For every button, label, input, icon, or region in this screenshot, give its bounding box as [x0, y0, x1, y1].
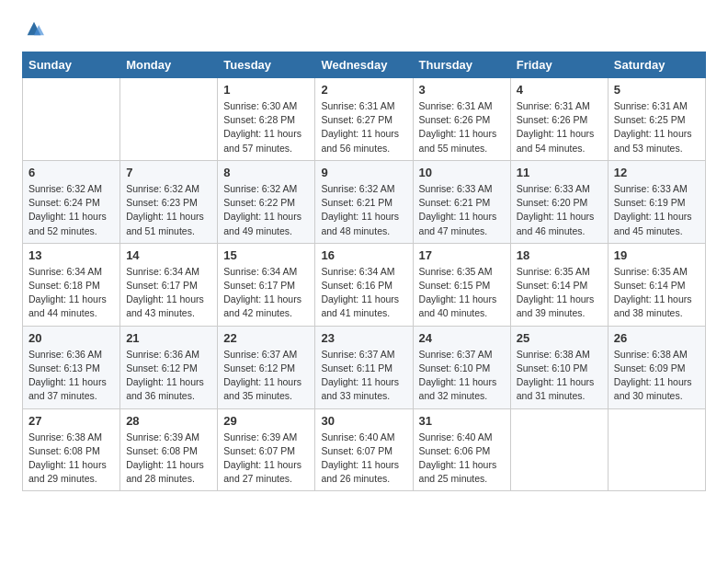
day-number: 5 — [614, 83, 700, 97]
day-number: 29 — [223, 414, 309, 428]
header-day-friday: Friday — [510, 52, 608, 78]
day-number: 19 — [614, 248, 700, 262]
day-number: 6 — [28, 166, 114, 179]
day-cell: 27Sunrise: 6:38 AM Sunset: 6:08 PM Dayli… — [23, 408, 120, 491]
day-info: Sunrise: 6:34 AM Sunset: 6:16 PM Dayligh… — [321, 265, 406, 321]
day-cell: 4Sunrise: 6:31 AM Sunset: 6:26 PM Daylig… — [510, 78, 608, 161]
day-number: 17 — [419, 248, 505, 262]
day-info: Sunrise: 6:36 AM Sunset: 6:13 PM Dayligh… — [28, 348, 114, 404]
day-info: Sunrise: 6:30 AM Sunset: 6:28 PM Dayligh… — [223, 99, 309, 155]
day-cell: 16Sunrise: 6:34 AM Sunset: 6:16 PM Dayli… — [315, 243, 413, 326]
day-number: 15 — [223, 248, 309, 262]
day-info: Sunrise: 6:37 AM Sunset: 6:12 PM Dayligh… — [223, 348, 309, 404]
day-cell: 22Sunrise: 6:37 AM Sunset: 6:12 PM Dayli… — [218, 326, 315, 408]
day-number: 24 — [419, 331, 505, 345]
day-info: Sunrise: 6:37 AM Sunset: 6:11 PM Dayligh… — [321, 348, 406, 404]
day-number: 2 — [321, 83, 406, 97]
week-row-4: 20Sunrise: 6:36 AM Sunset: 6:13 PM Dayli… — [23, 326, 706, 408]
day-cell: 18Sunrise: 6:35 AM Sunset: 6:14 PM Dayli… — [510, 243, 608, 326]
calendar-body: 1Sunrise: 6:30 AM Sunset: 6:28 PM Daylig… — [23, 78, 706, 491]
day-cell: 31Sunrise: 6:40 AM Sunset: 6:06 PM Dayli… — [413, 408, 510, 491]
day-info: Sunrise: 6:38 AM Sunset: 6:09 PM Dayligh… — [614, 348, 700, 404]
day-info: Sunrise: 6:33 AM Sunset: 6:20 PM Dayligh… — [517, 182, 602, 238]
day-cell — [120, 78, 218, 161]
day-cell: 15Sunrise: 6:34 AM Sunset: 6:17 PM Dayli… — [218, 243, 315, 326]
header-day-monday: Monday — [120, 52, 218, 78]
day-number: 14 — [126, 248, 211, 262]
day-cell — [510, 408, 608, 491]
day-info: Sunrise: 6:39 AM Sunset: 6:07 PM Dayligh… — [223, 431, 309, 487]
day-info: Sunrise: 6:31 AM Sunset: 6:26 PM Dayligh… — [419, 99, 505, 155]
day-info: Sunrise: 6:39 AM Sunset: 6:08 PM Dayligh… — [126, 431, 211, 487]
day-cell: 14Sunrise: 6:34 AM Sunset: 6:17 PM Dayli… — [120, 243, 218, 326]
day-cell: 30Sunrise: 6:40 AM Sunset: 6:07 PM Dayli… — [315, 408, 413, 491]
day-cell: 8Sunrise: 6:32 AM Sunset: 6:22 PM Daylig… — [218, 160, 315, 243]
day-number: 12 — [614, 166, 700, 179]
day-number: 18 — [517, 248, 602, 262]
day-info: Sunrise: 6:35 AM Sunset: 6:14 PM Dayligh… — [517, 265, 602, 321]
day-info: Sunrise: 6:34 AM Sunset: 6:18 PM Dayligh… — [28, 265, 114, 321]
day-number: 21 — [126, 331, 211, 345]
day-cell: 21Sunrise: 6:36 AM Sunset: 6:12 PM Dayli… — [120, 326, 218, 408]
week-row-2: 6Sunrise: 6:32 AM Sunset: 6:24 PM Daylig… — [23, 160, 706, 243]
day-info: Sunrise: 6:40 AM Sunset: 6:07 PM Dayligh… — [321, 431, 406, 487]
day-info: Sunrise: 6:35 AM Sunset: 6:14 PM Dayligh… — [614, 265, 700, 321]
day-number: 28 — [126, 414, 211, 428]
day-cell: 10Sunrise: 6:33 AM Sunset: 6:21 PM Dayli… — [413, 160, 510, 243]
day-cell: 2Sunrise: 6:31 AM Sunset: 6:27 PM Daylig… — [315, 78, 413, 161]
logo-icon — [24, 18, 44, 39]
day-cell: 28Sunrise: 6:39 AM Sunset: 6:08 PM Dayli… — [120, 408, 218, 491]
page-header — [22, 18, 706, 42]
day-number: 31 — [419, 414, 505, 428]
day-number: 23 — [321, 331, 406, 345]
day-number: 3 — [419, 83, 505, 97]
header-day-tuesday: Tuesday — [218, 52, 315, 78]
day-number: 9 — [321, 166, 406, 179]
day-cell: 5Sunrise: 6:31 AM Sunset: 6:25 PM Daylig… — [608, 78, 705, 161]
day-info: Sunrise: 6:36 AM Sunset: 6:12 PM Dayligh… — [126, 348, 211, 404]
day-number: 1 — [223, 83, 309, 97]
day-number: 27 — [28, 414, 114, 428]
header-row: SundayMondayTuesdayWednesdayThursdayFrid… — [23, 52, 706, 78]
day-info: Sunrise: 6:38 AM Sunset: 6:10 PM Dayligh… — [517, 348, 602, 404]
calendar-header: SundayMondayTuesdayWednesdayThursdayFrid… — [23, 52, 706, 78]
week-row-3: 13Sunrise: 6:34 AM Sunset: 6:18 PM Dayli… — [23, 243, 706, 326]
header-day-saturday: Saturday — [608, 52, 705, 78]
day-number: 7 — [126, 166, 211, 179]
day-number: 10 — [419, 166, 505, 179]
calendar-table: SundayMondayTuesdayWednesdayThursdayFrid… — [22, 52, 706, 491]
day-number: 8 — [223, 166, 309, 179]
day-cell: 13Sunrise: 6:34 AM Sunset: 6:18 PM Dayli… — [23, 243, 120, 326]
day-info: Sunrise: 6:31 AM Sunset: 6:27 PM Dayligh… — [321, 99, 406, 155]
day-cell: 24Sunrise: 6:37 AM Sunset: 6:10 PM Dayli… — [413, 326, 510, 408]
day-cell: 29Sunrise: 6:39 AM Sunset: 6:07 PM Dayli… — [218, 408, 315, 491]
day-cell: 23Sunrise: 6:37 AM Sunset: 6:11 PM Dayli… — [315, 326, 413, 408]
day-cell: 1Sunrise: 6:30 AM Sunset: 6:28 PM Daylig… — [218, 78, 315, 161]
header-day-sunday: Sunday — [23, 52, 120, 78]
day-info: Sunrise: 6:33 AM Sunset: 6:19 PM Dayligh… — [614, 182, 700, 238]
day-info: Sunrise: 6:37 AM Sunset: 6:10 PM Dayligh… — [419, 348, 505, 404]
day-cell — [608, 408, 705, 491]
day-info: Sunrise: 6:31 AM Sunset: 6:25 PM Dayligh… — [614, 99, 700, 155]
day-cell: 12Sunrise: 6:33 AM Sunset: 6:19 PM Dayli… — [608, 160, 705, 243]
day-cell: 20Sunrise: 6:36 AM Sunset: 6:13 PM Dayli… — [23, 326, 120, 408]
day-info: Sunrise: 6:35 AM Sunset: 6:15 PM Dayligh… — [419, 265, 505, 321]
day-cell: 11Sunrise: 6:33 AM Sunset: 6:20 PM Dayli… — [510, 160, 608, 243]
day-number: 22 — [223, 331, 309, 345]
day-cell: 3Sunrise: 6:31 AM Sunset: 6:26 PM Daylig… — [413, 78, 510, 161]
day-info: Sunrise: 6:32 AM Sunset: 6:23 PM Dayligh… — [126, 182, 211, 238]
week-row-5: 27Sunrise: 6:38 AM Sunset: 6:08 PM Dayli… — [23, 408, 706, 491]
day-cell — [23, 78, 120, 161]
day-info: Sunrise: 6:32 AM Sunset: 6:24 PM Dayligh… — [28, 182, 114, 238]
day-cell: 25Sunrise: 6:38 AM Sunset: 6:10 PM Dayli… — [510, 326, 608, 408]
logo — [22, 18, 46, 42]
week-row-1: 1Sunrise: 6:30 AM Sunset: 6:28 PM Daylig… — [23, 78, 706, 161]
header-day-wednesday: Wednesday — [315, 52, 413, 78]
day-number: 25 — [517, 331, 602, 345]
day-info: Sunrise: 6:34 AM Sunset: 6:17 PM Dayligh… — [126, 265, 211, 321]
day-cell: 9Sunrise: 6:32 AM Sunset: 6:21 PM Daylig… — [315, 160, 413, 243]
day-info: Sunrise: 6:31 AM Sunset: 6:26 PM Dayligh… — [517, 99, 602, 155]
day-number: 11 — [517, 166, 602, 179]
day-cell: 17Sunrise: 6:35 AM Sunset: 6:15 PM Dayli… — [413, 243, 510, 326]
day-number: 13 — [28, 248, 114, 262]
